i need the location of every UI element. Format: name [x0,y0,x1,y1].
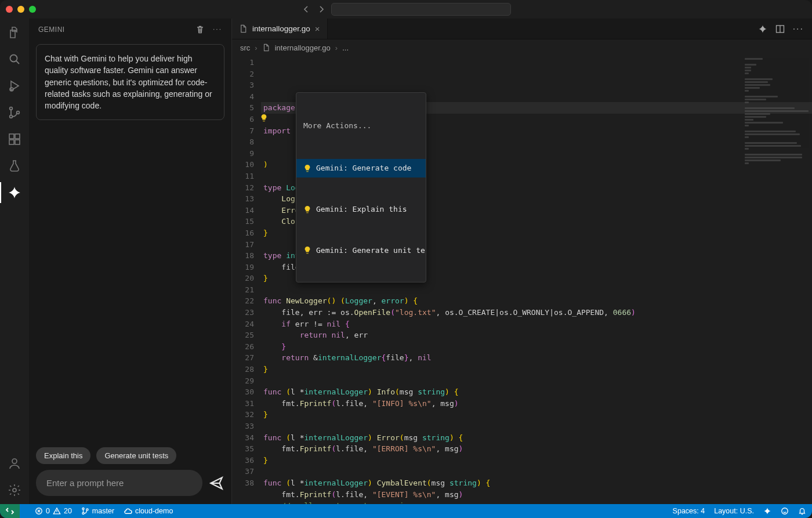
quickfix-label: Gemini: Generate code [316,162,411,174]
trash-icon[interactable] [195,25,205,34]
more-actions-icon[interactable]: ··· [793,24,804,34]
code-actions-popup: More Actions... Gemini: Generate code Ge… [296,92,426,282]
line-gutter: 1234567891011121314151617181920212223242… [232,56,261,504]
code-editor[interactable]: 1234567891011121314151617181920212223242… [232,56,812,504]
quickfix-label: Gemini: Explain this [316,204,407,215]
breadcrumbs[interactable]: src › internallogger.go › ... [232,39,812,56]
file-icon [262,44,270,52]
breadcrumb-seg[interactable]: internallogger.go [275,44,331,52]
lightbulb-icon [303,246,311,254]
svg-point-3 [10,115,13,118]
prompt-input[interactable] [36,470,202,496]
settings-gear-icon[interactable] [6,482,23,498]
split-editor-icon[interactable] [775,24,785,34]
sparkle-status-icon[interactable] [763,507,771,515]
svg-rect-8 [15,134,20,139]
breadcrumb-seg[interactable]: ... [342,44,349,52]
send-icon[interactable] [208,475,224,491]
svg-rect-5 [9,134,14,139]
close-tab-icon[interactable]: × [315,24,320,34]
maximize-window-button[interactable] [29,6,36,13]
svg-point-2 [10,107,13,110]
lightbulb-icon [303,164,311,172]
gemini-panel: GEMINI ··· Chat with Gemini to help you … [29,19,232,504]
accounts-icon[interactable] [6,455,23,472]
svg-point-15 [86,509,88,510]
tab-filename: internallogger.go [252,24,310,33]
bell-icon[interactable] [798,507,806,515]
error-count: 0 [46,507,50,515]
svg-point-16 [782,508,788,515]
svg-rect-7 [15,140,20,144]
quickfix-label: Gemini: Generate unit tests [316,245,426,256]
chevron-right-icon: › [335,44,338,52]
panel-title: GEMINI [38,26,65,34]
nav-forward-icon[interactable] [316,4,327,15]
lightbulb-icon[interactable] [260,114,269,123]
feedback-icon[interactable] [781,507,789,515]
svg-point-0 [10,55,17,62]
layout-indicator[interactable]: Layout: U.S. [714,507,754,515]
spaces-indicator[interactable]: Spaces: 4 [673,507,705,515]
minimize-window-button[interactable] [17,6,24,13]
file-icon [239,24,248,33]
cloud-name: cloud-demo [135,507,173,515]
chevron-right-icon: › [255,44,257,52]
problems-indicator[interactable]: 0 20 [35,507,72,515]
source-control-icon[interactable] [6,104,23,121]
nav-back-icon[interactable] [301,4,311,15]
activity-bar [0,19,29,504]
run-debug-icon[interactable] [6,78,23,94]
quickfix-item-explain[interactable]: Gemini: Explain this [296,200,426,219]
editor-tab[interactable]: internallogger.go × [232,19,328,39]
chip-generate-tests[interactable]: Generate unit tests [96,447,176,464]
titlebar [0,0,812,19]
remote-indicator[interactable] [0,504,20,518]
explorer-icon[interactable] [6,24,23,41]
minimap[interactable] [745,58,809,220]
gemini-icon[interactable] [6,184,23,201]
command-center-input[interactable] [331,3,511,16]
popup-header: More Actions... [296,115,426,136]
chip-explain-this[interactable]: Explain this [36,447,90,464]
more-icon[interactable]: ··· [213,25,222,34]
git-branch-indicator[interactable]: master [81,507,114,515]
gemini-intro-text: Chat with Gemini to help you deliver hig… [36,44,224,120]
extensions-icon[interactable] [6,131,23,147]
close-window-button[interactable] [6,6,13,13]
warning-count: 20 [64,507,72,515]
branch-name: master [92,507,114,515]
svg-rect-6 [9,140,14,144]
svg-point-13 [82,508,84,509]
svg-point-10 [13,488,16,492]
sparkle-icon[interactable] [758,24,767,34]
quickfix-item-unit-tests[interactable]: Gemini: Generate unit tests [296,241,426,260]
testing-icon[interactable] [6,158,23,174]
svg-point-9 [12,459,17,463]
search-icon[interactable] [6,51,23,67]
breadcrumb-seg[interactable]: src [240,44,250,52]
cloud-project-indicator[interactable]: cloud-demo [124,507,173,516]
quickfix-item-generate-code[interactable]: Gemini: Generate code [296,159,426,178]
status-bar: 0 20 master cloud-demo Spaces: 4 Layout:… [0,504,812,518]
lightbulb-icon [303,205,311,213]
editor-area: internallogger.go × ··· src › internallo… [232,19,812,504]
window-controls [6,6,36,13]
svg-point-14 [82,512,84,514]
code-content[interactable]: More Actions... Gemini: Generate code Ge… [261,56,812,504]
